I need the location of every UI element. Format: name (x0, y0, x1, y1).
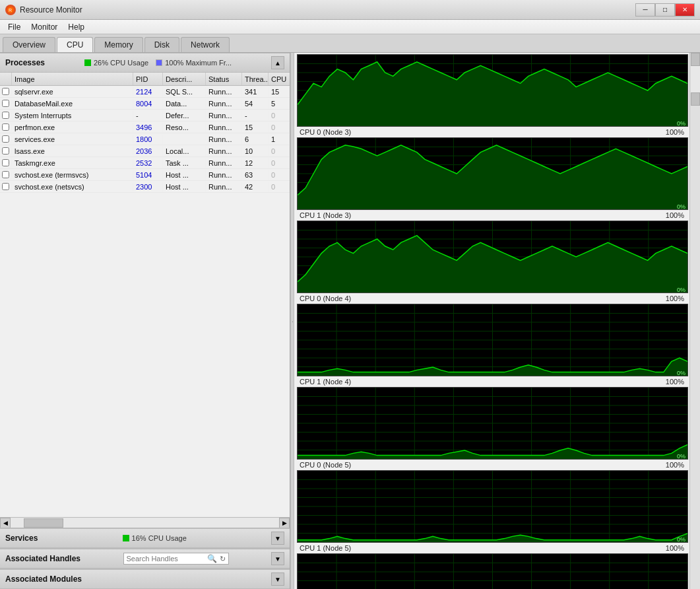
process-pid: 5104 (133, 170, 163, 180)
process-cpu: 15 (269, 87, 290, 96)
menu-file[interactable]: File (3, 21, 26, 33)
services-collapse-button[interactable]: ▼ (271, 532, 284, 545)
col-pid[interactable]: PID (133, 73, 163, 85)
svg-text:R: R (9, 8, 12, 13)
table-row[interactable]: System Interrupts - Defer... Runn... - 0 (0, 110, 290, 121)
right-scrollbar[interactable] (689, 53, 700, 589)
table-row[interactable]: perfmon.exe 3496 Reso... Runn... 15 0 (0, 121, 290, 133)
menu-monitor[interactable]: Monitor (26, 21, 63, 33)
row-checkbox[interactable] (0, 87, 12, 96)
scroll-thumb[interactable] (24, 518, 63, 528)
process-pid: 2036 (133, 147, 163, 156)
chart-canvas-cpu1node4 (297, 387, 688, 460)
process-image: lsass.exe (12, 147, 133, 156)
process-cpu: 0 (269, 147, 290, 156)
menu-bar: File Monitor Help (0, 20, 700, 34)
process-desc: SQL S... (163, 87, 206, 96)
services-cpu-label: 16% CPU Usage (132, 534, 187, 542)
col-desc[interactable]: Descri... (163, 73, 206, 85)
col-threads[interactable]: Threa... (242, 73, 269, 85)
chart-label-cpu1node5: CPU 1 (Node 5) (300, 544, 351, 552)
cpu-usage-label: 26% CPU Usage (94, 59, 148, 67)
table-row[interactable]: services.exe 1800 Runn... 6 1 (0, 133, 290, 145)
chart-header-cpu1node3: CPU 1 (Node 3) 100% (297, 210, 687, 221)
chart-100pct-cpu1node3: 100% (666, 211, 684, 219)
col-cpu[interactable]: CPU (269, 73, 290, 85)
tab-bar: Overview CPU Memory Disk Network (0, 34, 700, 53)
handles-section: Associated Handles 🔍 ↻ ▼ (0, 548, 290, 569)
process-table-container: Image PID Descri... Status Threa... CPU … (0, 73, 290, 517)
process-cpu: 0 (269, 182, 290, 191)
tab-cpu[interactable]: CPU (57, 37, 93, 52)
modules-section: Associated Modules ▼ (0, 569, 290, 589)
services-info: 16% CPU Usage (123, 534, 187, 542)
row-checkbox[interactable] (0, 123, 12, 131)
tab-disk[interactable]: Disk (144, 37, 179, 52)
row-checkbox[interactable] (0, 170, 12, 179)
process-image: svchost.exe (netsvcs) (12, 182, 133, 191)
process-threads: 12 (242, 158, 269, 168)
chart-canvas-cpu1node5 (297, 553, 688, 589)
modules-title: Associated Modules (5, 574, 82, 584)
modules-collapse-button[interactable]: ▼ (271, 572, 284, 586)
process-threads: 341 (242, 87, 269, 96)
process-status: Runn... (206, 123, 242, 132)
process-threads: 15 (242, 123, 269, 132)
process-threads: 42 (242, 182, 269, 191)
process-cpu: 0 (269, 158, 290, 168)
chart-wrapper-cpu0node3: CPU 0 (Node 3) 100% 0% (297, 127, 687, 210)
row-checkbox[interactable] (0, 111, 12, 120)
table-row[interactable]: svchost.exe (termsvcs) 5104 Host ... Run… (0, 169, 290, 181)
handles-collapse-button[interactable]: ▼ (271, 552, 284, 565)
tab-overview[interactable]: Overview (3, 37, 55, 52)
table-row[interactable]: Taskmgr.exe 2532 Task ... Runn... 12 0 (0, 157, 290, 169)
cpu-usage-indicator (84, 59, 91, 66)
table-row[interactable]: lsass.exe 2036 Local... Runn... 10 0 (0, 145, 290, 157)
scrollbar-track[interactable] (691, 66, 700, 92)
col-image[interactable]: Image (12, 73, 133, 85)
left-panel: Processes 26% CPU Usage 100% Maximum Fr.… (0, 53, 290, 589)
search-icon[interactable]: 🔍 (207, 554, 217, 563)
col-status[interactable]: Status (206, 73, 242, 85)
process-threads: 54 (242, 99, 269, 108)
process-desc: Host ... (163, 182, 206, 191)
process-image: System Interrupts (12, 111, 133, 120)
window-controls[interactable]: ─ □ ✕ (635, 3, 695, 17)
menu-help[interactable]: Help (63, 21, 90, 33)
table-row[interactable]: svchost.exe (netsvcs) 2300 Host ... Runn… (0, 181, 290, 193)
process-image: DatabaseMail.exe (12, 99, 133, 108)
window-title: Resource Monitor (20, 5, 82, 15)
table-header: Image PID Descri... Status Threa... CPU (0, 73, 290, 86)
scrollbar-down-btn[interactable] (691, 92, 700, 106)
tab-memory[interactable]: Memory (94, 37, 143, 52)
services-cpu-indicator (123, 535, 129, 541)
col-check (0, 73, 12, 85)
row-checkbox[interactable] (0, 158, 12, 167)
tab-network[interactable]: Network (181, 37, 230, 52)
refresh-icon[interactable]: ↻ (220, 555, 226, 563)
scroll-right-btn[interactable]: ▶ (279, 518, 290, 528)
close-button[interactable]: ✕ (675, 3, 695, 17)
maximize-button[interactable]: □ (655, 3, 675, 17)
process-table-body: sqlservr.exe 2124 SQL S... Runn... 341 1… (0, 86, 290, 517)
processes-collapse-button[interactable]: ▲ (271, 56, 284, 69)
processes-section-header: Processes 26% CPU Usage 100% Maximum Fr.… (0, 53, 290, 73)
minimize-button[interactable]: ─ (635, 3, 655, 17)
process-status: Runn... (206, 158, 242, 168)
chart-wrapper-cpu1node5: CPU 1 (Node 5) 100% 0% (297, 543, 687, 589)
process-image: services.exe (12, 135, 133, 144)
row-checkbox[interactable] (0, 99, 12, 108)
handles-search-input[interactable] (127, 555, 206, 563)
table-row[interactable]: sqlservr.exe 2124 SQL S... Runn... 341 1… (0, 86, 290, 98)
scroll-left-btn[interactable]: ◀ (0, 518, 11, 528)
handles-search-box[interactable]: 🔍 ↻ (123, 553, 229, 565)
table-hscrollbar[interactable]: ◀ ▶ (0, 517, 290, 528)
row-checkbox[interactable] (0, 147, 12, 155)
scroll-track[interactable] (11, 518, 279, 528)
row-checkbox[interactable] (0, 182, 12, 191)
table-row[interactable]: DatabaseMail.exe 8004 Data... Runn... 54… (0, 98, 290, 110)
process-status: Runn... (206, 111, 242, 120)
scrollbar-up-btn[interactable] (691, 53, 700, 66)
chart-100pct-cpu1node4: 100% (666, 378, 684, 386)
row-checkbox[interactable] (0, 135, 12, 143)
